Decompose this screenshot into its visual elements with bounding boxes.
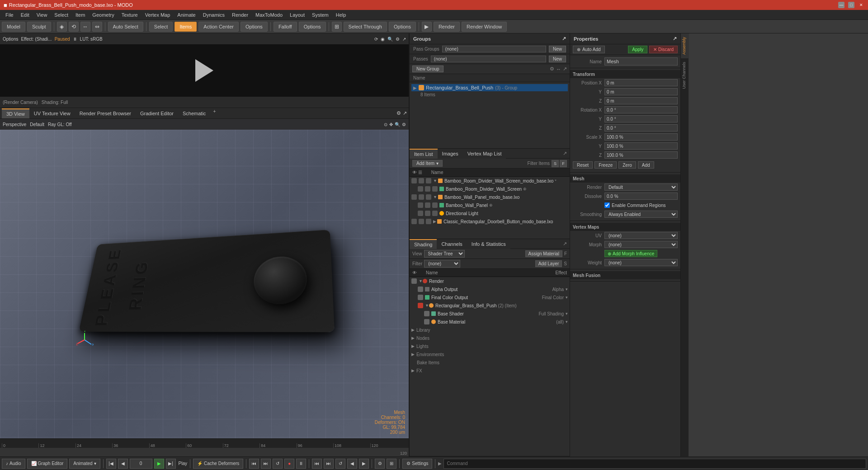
tab-shading[interactable]: Shading — [410, 239, 437, 249]
viewport-icon-2[interactable]: ✥ — [389, 122, 393, 127]
settings-icon-1[interactable]: ⚙ — [375, 459, 385, 469]
shader-section-environments[interactable]: ▶ Environments — [410, 350, 570, 358]
tab-schematic[interactable]: Schematic — [178, 108, 210, 118]
shader-vis-final[interactable] — [418, 295, 423, 300]
viewport-perspective-label[interactable]: Perspective — [3, 122, 26, 127]
pos-x-input[interactable] — [604, 79, 678, 86]
tab-info-statistics[interactable]: Info & Statistics — [467, 239, 510, 249]
shader-vis-base-shader[interactable] — [424, 311, 429, 316]
shader-row-group[interactable]: ▼ Rectangular_Brass_Bell_Push (2) (Item) — [410, 301, 570, 310]
playback-icon-5[interactable]: ⏸ — [296, 459, 306, 469]
groups-toolbar-icon-1[interactable]: ⚙ — [550, 66, 554, 72]
enable-command-regions-checkbox[interactable]: Enable Command Regions — [604, 202, 666, 208]
add-transform-button[interactable]: Add — [638, 161, 654, 169]
audio-button[interactable]: ♪ Audio — [2, 459, 25, 469]
auto-select-button[interactable]: Auto Select — [108, 22, 143, 32]
rot-x-input[interactable] — [604, 106, 678, 113]
item-lock-5[interactable] — [432, 211, 438, 216]
transport-next-button[interactable]: ▶| — [166, 459, 176, 469]
preview-toolbar-icon-4[interactable]: ⚙ — [396, 37, 400, 42]
add-morph-influence-button[interactable]: ⊕ Add Morph Influence — [604, 250, 657, 257]
shader-row-base-shader[interactable]: Base Shader Full Shading ▾ — [410, 310, 570, 318]
add-item-button[interactable]: Add Item ▾ — [412, 160, 443, 167]
add-tab-button[interactable]: + — [210, 108, 218, 118]
menu-maxtomodo[interactable]: MaxToModo — [252, 11, 286, 19]
alpha-dropdown[interactable]: ▾ — [566, 287, 568, 291]
graph-editor-button[interactable]: 📈 Graph Editor — [27, 459, 68, 469]
tab-3d-view[interactable]: 3D View — [2, 108, 29, 118]
item-lock-6[interactable] — [426, 219, 431, 224]
render-window-button[interactable]: Render Window — [462, 22, 507, 32]
menu-vertex-map[interactable]: Vertex Map — [142, 11, 174, 19]
preview-toolbar-icon-2[interactable]: ◉ — [381, 37, 385, 42]
pass-groups-input[interactable] — [442, 46, 546, 52]
preview-toolbar-icon-1[interactable]: ⟳ — [374, 37, 378, 42]
item-lock-1[interactable] — [426, 178, 431, 183]
scale-z-input[interactable] — [604, 151, 678, 159]
item-vis-4[interactable] — [418, 202, 423, 208]
enable-cmd-check[interactable] — [604, 202, 610, 208]
tool-icon-1[interactable]: ◈ — [57, 22, 67, 32]
viewport-icon-3[interactable]: 🔍 — [395, 122, 400, 127]
select-through-button[interactable]: Select Through — [344, 22, 387, 32]
playback-icon-10[interactable]: ▶ — [359, 459, 369, 469]
tab-item-list[interactable]: Item List — [410, 149, 438, 159]
transform-section-header[interactable]: Transform — [570, 70, 680, 78]
tab-channels[interactable]: Channels — [437, 239, 467, 249]
playback-icon-7[interactable]: ⏭ — [324, 459, 334, 469]
playback-icon-1[interactable]: ⏮ — [249, 459, 259, 469]
menu-file[interactable]: File — [2, 11, 17, 19]
pass-groups-new-button[interactable]: New — [549, 46, 566, 52]
menu-texture[interactable]: Texture — [118, 11, 142, 19]
viewport-content[interactable]: PLEASE RING — [0, 130, 409, 438]
tab-render-preset-browser[interactable]: Render Preset Browser — [75, 108, 136, 118]
name-input[interactable] — [604, 57, 678, 66]
render-icon[interactable]: ▶ — [422, 22, 432, 32]
shader-row-render[interactable]: ▼ Render — [410, 277, 570, 285]
menu-dynamics[interactable]: Dynamics — [199, 11, 228, 19]
shader-vis-render[interactable] — [411, 278, 417, 284]
shader-vis-base-material[interactable] — [424, 319, 429, 324]
sculpt-button[interactable]: Sculpt — [27, 22, 51, 32]
list-item[interactable]: Directional Light — [410, 209, 570, 217]
animated-button[interactable]: Animated ▾ — [69, 459, 100, 469]
menu-system[interactable]: System — [308, 11, 332, 19]
shader-vis-alpha[interactable] — [418, 287, 423, 292]
options-button-3[interactable]: Options — [389, 22, 416, 32]
tab-images[interactable]: Images — [438, 149, 463, 159]
preview-content[interactable] — [0, 44, 409, 97]
s-button[interactable]: S — [552, 160, 559, 167]
render-dropdown[interactable]: Default — [604, 183, 678, 191]
final-dropdown[interactable]: ▾ — [566, 295, 568, 300]
options-button-2[interactable]: Options — [299, 22, 326, 32]
list-item[interactable]: Bamboo_Wall_Panel ⊕ — [410, 201, 570, 209]
viewport-tab-icon-1[interactable]: ⚙ — [396, 110, 401, 116]
item-vis-6[interactable] — [411, 219, 417, 224]
item-vis-2[interactable] — [418, 186, 423, 192]
shader-section-nodes[interactable]: ▶ Nodes — [410, 334, 570, 342]
transport-first-button[interactable]: |◀ — [106, 459, 116, 469]
tool-icon-2[interactable]: ⟲ — [69, 22, 79, 32]
group-item-main[interactable]: ▶ Rectangular_Brass_Bell_Push (3) - Grou… — [411, 84, 568, 91]
new-group-button[interactable]: New Group — [412, 66, 443, 72]
pos-y-input[interactable] — [604, 88, 678, 95]
tool-icon-4[interactable]: ⇔ — [92, 22, 102, 32]
item-cam-4[interactable] — [425, 202, 430, 208]
properties-expand-icon[interactable]: ↗ — [673, 36, 677, 42]
shading-expand-icon[interactable]: ↗ — [560, 241, 570, 247]
minimize-button[interactable]: — — [838, 2, 844, 8]
shader-row-final[interactable]: Final Color Output Final Color ▾ — [410, 293, 570, 301]
maximize-button[interactable]: □ — [848, 2, 854, 8]
menu-select[interactable]: Select — [51, 11, 72, 19]
scale-x-input[interactable] — [604, 133, 678, 141]
viewport-default-label[interactable]: Default — [30, 122, 44, 127]
sidebar-tab-user-channels[interactable]: User Channels — [681, 58, 689, 93]
passes-new-button[interactable]: New — [549, 56, 566, 62]
settings-icon-2[interactable]: ⊞ — [387, 459, 396, 469]
viewport-3d[interactable]: Perspective Default Ray GL: Off ⊙ ✥ 🔍 ⚙ — [0, 119, 409, 438]
playback-icon-8[interactable]: ↺ — [335, 459, 345, 469]
freeze-button[interactable]: Freeze — [594, 161, 617, 169]
select-through-icon[interactable]: ⊞ — [332, 22, 342, 32]
groups-toolbar-icon-2[interactable]: ↔ — [556, 66, 561, 72]
item-cam-6[interactable] — [419, 219, 424, 224]
